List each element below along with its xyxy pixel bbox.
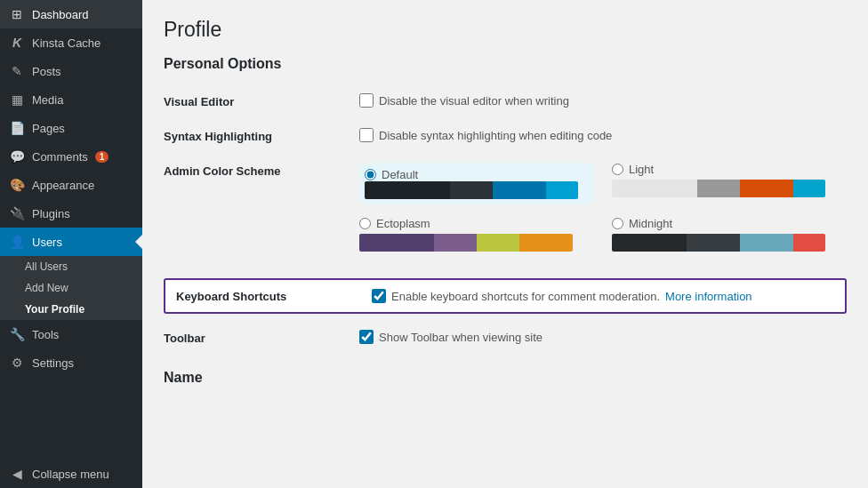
posts-icon: ✎ [9,64,25,78]
sidebar-item-posts[interactable]: ✎ Posts [0,57,142,85]
sidebar-item-tools[interactable]: 🔧 Tools [0,320,142,348]
scheme-light-label[interactable]: Light [612,163,847,176]
sidebar-item-media[interactable]: ▦ Media [0,85,142,114]
color-scheme-grid: Default [359,163,847,252]
settings-icon: ⚙ [9,356,25,370]
sidebar-item-plugins[interactable]: 🔌 Plugins [0,199,142,228]
visual-editor-checkbox-label[interactable]: Disable the visual editor when writing [359,93,847,108]
sidebar-item-appearance[interactable]: 🎨 Appearance [0,171,142,199]
collapse-icon: ◀ [9,467,25,481]
sidebar-item-comments[interactable]: 💬 Comments 1 [0,142,142,171]
scheme-light: Light [612,163,847,204]
tools-icon: 🔧 [9,327,25,341]
scheme-light-radio[interactable] [612,164,623,175]
sidebar-item-settings[interactable]: ⚙ Settings [0,348,142,377]
toolbar-label: Toolbar [164,321,359,356]
syntax-highlighting-label: Syntax Highlighting [164,119,359,154]
users-icon: 👤 [9,235,25,249]
sidebar-item-dashboard[interactable]: ⊞ Dashboard [0,0,142,28]
divider [164,260,847,278]
syntax-highlighting-checkbox-text: Disable syntax highlighting when editing… [379,129,612,142]
scheme-default-radio[interactable] [365,169,376,180]
visual-editor-checkbox[interactable] [359,93,374,108]
keyboard-shortcuts-checkbox[interactable] [372,289,386,303]
scheme-midnight-bar [612,234,825,252]
toolbar-table: Toolbar Show Toolbar when viewing site [164,321,847,356]
toolbar-checkbox[interactable] [359,330,374,344]
scheme-light-bar [612,180,825,197]
plugins-icon: 🔌 [9,206,25,220]
sidebar-item-your-profile[interactable]: Your Profile [0,299,142,320]
scheme-midnight-label[interactable]: Midnight [612,217,847,230]
scheme-midnight-radio[interactable] [612,218,623,229]
scheme-ectoplasm-radio[interactable] [359,218,371,229]
personal-options-title: Personal Options [164,56,847,72]
kinsta-icon: K [9,36,25,50]
keyboard-shortcuts-row: Keyboard Shortcuts Enable keyboard short… [164,278,847,314]
scheme-ectoplasm-label[interactable]: Ectoplasm [359,217,594,230]
keyboard-shortcuts-content: Enable keyboard shortcuts for comment mo… [372,289,752,303]
toolbar-row: Toolbar Show Toolbar when viewing site [164,321,847,356]
keyboard-shortcuts-label: Keyboard Shortcuts [176,290,354,303]
toolbar-checkbox-text: Show Toolbar when viewing site [379,331,542,344]
name-title: Name [164,370,847,386]
admin-color-scheme-label: Admin Color Scheme [164,154,359,260]
sidebar: ⊞ Dashboard K Kinsta Cache ✎ Posts ▦ Med… [0,0,142,488]
main-content: Profile Personal Options Visual Editor D… [142,0,868,488]
sidebar-item-collapse[interactable]: ◀ Collapse menu [0,460,142,488]
scheme-default: Default [359,163,594,204]
scheme-default-label[interactable]: Default [365,168,589,181]
appearance-icon: 🎨 [9,178,25,192]
sidebar-item-kinsta[interactable]: K Kinsta Cache [0,28,142,57]
comments-badge: 1 [95,151,109,163]
comments-icon: 💬 [9,149,25,164]
sidebar-item-pages[interactable]: 📄 Pages [0,114,142,142]
visual-editor-row: Visual Editor Disable the visual editor … [164,84,847,119]
pages-icon: 📄 [9,121,25,135]
keyboard-shortcuts-wrapper: Keyboard Shortcuts Enable keyboard short… [176,289,834,303]
page-title: Profile [164,18,847,42]
sidebar-item-users[interactable]: 👤 Users [0,228,142,256]
syntax-highlighting-checkbox-label[interactable]: Disable syntax highlighting when editing… [359,128,847,142]
keyboard-shortcuts-text: Enable keyboard shortcuts for comment mo… [391,290,660,303]
toolbar-checkbox-label[interactable]: Show Toolbar when viewing site [359,330,847,344]
visual-editor-checkbox-text: Disable the visual editor when writing [379,94,569,108]
syntax-highlighting-checkbox[interactable] [359,128,374,142]
users-submenu: All Users Add New Your Profile [0,256,142,320]
sidebar-item-add-new[interactable]: Add New [0,277,142,299]
scheme-ectoplasm: Ectoplasm [359,217,594,252]
personal-options-table: Visual Editor Disable the visual editor … [164,84,847,278]
scheme-midnight: Midnight [612,217,847,252]
dashboard-icon: ⊞ [9,7,25,21]
users-arrow [135,235,142,249]
media-icon: ▦ [9,92,25,107]
sidebar-item-all-users[interactable]: All Users [0,256,142,277]
admin-color-scheme-row: Admin Color Scheme Default [164,154,847,260]
scheme-ectoplasm-bar [359,234,573,252]
keyboard-shortcuts-more-info[interactable]: More information [665,290,752,303]
scheme-default-bg: Default [359,163,594,204]
syntax-highlighting-row: Syntax Highlighting Disable syntax highl… [164,119,847,154]
visual-editor-label: Visual Editor [164,84,359,119]
scheme-default-bar [365,181,578,199]
